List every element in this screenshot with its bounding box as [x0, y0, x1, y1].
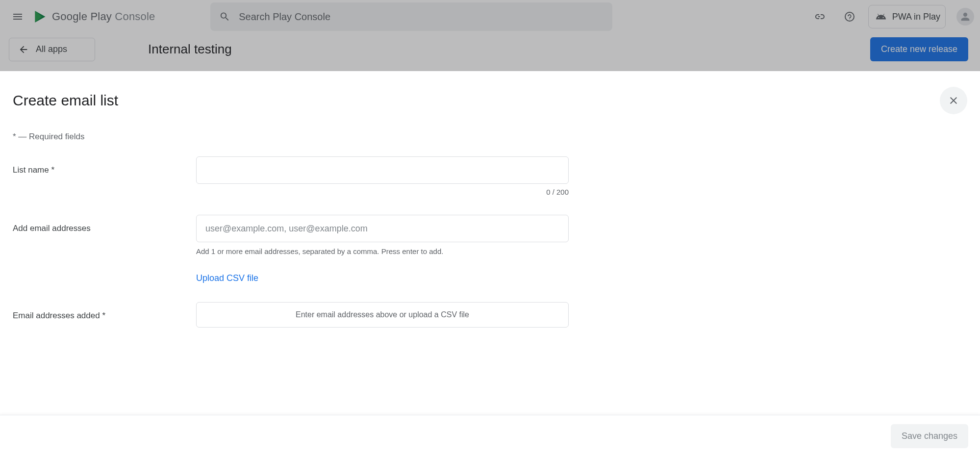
help-icon	[844, 11, 855, 23]
search-box[interactable]	[210, 2, 612, 31]
link-button[interactable]	[807, 5, 831, 28]
arrow-back-icon	[18, 44, 29, 55]
all-apps-label: All apps	[36, 44, 67, 54]
play-logo-icon	[33, 10, 47, 24]
logo-text: Google Play Console	[52, 10, 155, 23]
help-button[interactable]	[838, 5, 861, 28]
add-emails-input[interactable]	[196, 215, 569, 242]
modal-title: Create email list	[13, 92, 118, 109]
modal-header: Create email list	[0, 71, 980, 114]
app-chip-label: PWA in Play	[892, 12, 940, 22]
close-modal-button[interactable]	[940, 87, 967, 114]
close-icon	[948, 95, 959, 106]
all-apps-button[interactable]: All apps	[9, 38, 95, 61]
list-name-char-counter: 0 / 200	[196, 188, 569, 196]
upload-csv-link[interactable]: Upload CSV file	[196, 273, 258, 283]
required-fields-note: * — Required fields	[13, 132, 967, 142]
emails-added-row: Email addresses added * Enter email addr…	[13, 302, 967, 328]
topbar: Google Play Console PWA in Play	[0, 0, 980, 33]
list-name-row: List name * 0 / 200	[13, 156, 967, 196]
emails-added-empty-state: Enter email addresses above or upload a …	[196, 302, 569, 328]
menu-icon	[12, 11, 24, 23]
android-icon	[876, 11, 886, 22]
app-selector-chip[interactable]: PWA in Play	[868, 5, 946, 28]
create-email-list-modal: Create email list * — Required fields Li…	[0, 71, 980, 457]
page-subheader: All apps Internal testing Create new rel…	[0, 33, 980, 61]
create-release-button[interactable]: Create new release	[870, 37, 968, 61]
save-changes-button[interactable]: Save changes	[891, 424, 968, 448]
add-emails-label: Add email addresses	[13, 215, 196, 233]
page-title: Internal testing	[148, 42, 232, 57]
link-icon	[813, 11, 825, 23]
person-icon	[960, 12, 970, 22]
add-emails-helper: Add 1 or more email addresses, separated…	[196, 247, 569, 255]
modal-body: * — Required fields List name * 0 / 200 …	[0, 114, 980, 415]
modal-footer: Save changes	[0, 415, 980, 457]
list-name-input[interactable]	[196, 156, 569, 184]
play-console-logo[interactable]: Google Play Console	[33, 10, 155, 24]
topbar-actions: PWA in Play	[807, 5, 974, 28]
emails-added-label: Email addresses added *	[13, 302, 196, 321]
hamburger-menu-button[interactable]	[6, 5, 29, 28]
search-input[interactable]	[239, 11, 603, 23]
user-avatar[interactable]	[956, 8, 974, 25]
add-emails-row: Add email addresses Add 1 or more email …	[13, 215, 967, 283]
search-icon	[219, 11, 230, 23]
list-name-label: List name *	[13, 156, 196, 175]
